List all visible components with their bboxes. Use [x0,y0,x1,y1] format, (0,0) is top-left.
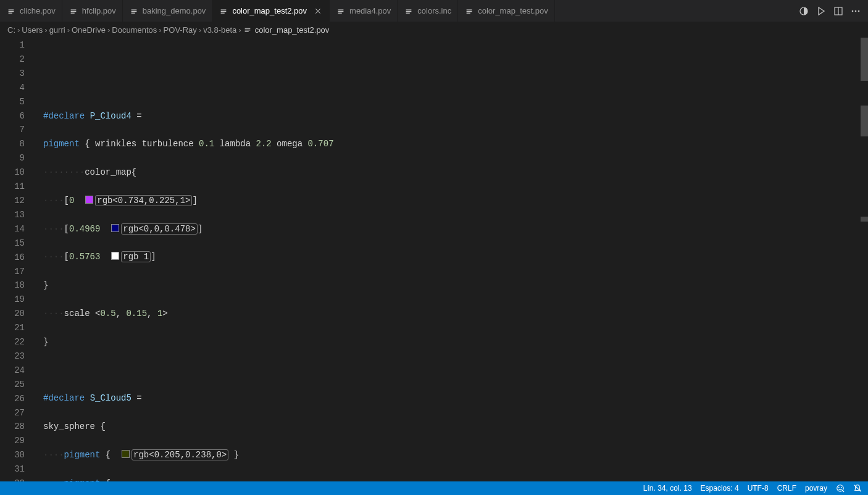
svg-rect-29 [244,31,248,32]
svg-rect-17 [406,12,410,13]
chevron-right-icon: › [44,25,47,35]
color-swatch-icon[interactable] [122,450,130,458]
crumb[interactable]: POV-Ray [164,25,197,35]
minimap-viewport[interactable] [861,38,868,81]
minimap-mark [861,217,868,222]
tab-color-map-test[interactable]: color_map_test.pov [458,0,554,22]
rgb-value: rgb 1 [121,251,151,262]
split-icon[interactable] [833,6,843,16]
keyword: pigment [64,450,101,460]
status-cursor[interactable]: Lín. 34, col. 13 [643,484,692,493]
number: 0.5 [100,309,115,318]
svg-rect-5 [70,12,74,13]
rgb-value: rgb<0,0,0.478> [121,223,198,235]
text: scale < [64,309,101,318]
line-number: 27 [0,406,25,420]
file-icon [243,25,252,34]
svg-rect-2 [9,12,12,13]
line-number: 3 [0,67,25,81]
tab-label: baking_demo.pov [143,6,206,15]
svg-rect-16 [406,11,412,12]
svg-rect-13 [338,11,344,12]
line-number: 15 [0,236,25,251]
line-number: 17 [0,265,25,279]
svg-line-33 [843,491,845,493]
identifier: P_Cloud4 [90,111,131,121]
svg-rect-15 [406,9,412,10]
crumb[interactable]: C: [7,25,15,35]
line-number: 18 [0,278,25,293]
close-icon[interactable] [313,6,323,16]
file-icon [219,6,228,16]
tab-label: color_map_test.pov [478,6,548,15]
svg-rect-27 [244,28,250,28]
crumb[interactable]: gurri [49,25,65,35]
svg-rect-3 [70,9,76,10]
status-spaces[interactable]: Espacios: 4 [701,484,739,493]
number: 0.15 [126,309,147,318]
status-encoding[interactable]: UTF-8 [748,484,769,493]
number: 0.1 [199,139,214,149]
line-number: 4 [0,81,25,95]
identifier: S_Cloud5 [90,393,131,403]
tab-actions [791,0,868,22]
tab-colors-inc[interactable]: colors.inc [398,0,458,22]
line-number: 10 [0,165,25,180]
line-number: 9 [0,151,25,165]
line-number: 11 [0,180,25,194]
text: = [131,111,142,121]
crumb[interactable]: Documentos [112,25,157,35]
number: 1 [157,309,162,318]
line-number: 5 [0,95,25,109]
tab-color-map-test2[interactable]: color_map_test2.pov [212,0,330,22]
color-swatch-icon[interactable] [85,196,93,204]
file-icon [6,6,16,16]
number: 0 [69,196,74,206]
chevron-right-icon: › [67,25,70,35]
code-area[interactable]: #declare P_Cloud4 = pigment { wrinkles t… [36,38,861,481]
svg-point-31 [838,487,840,488]
svg-point-32 [841,487,842,488]
keyword: pigment [43,139,80,149]
editor[interactable]: 1 2 3 4 5 6 7 8 9 10 11 12 13 14 15 16 1… [0,38,868,481]
crumb[interactable]: OneDrive [72,25,106,35]
crumb[interactable]: v3.8-beta [203,25,236,35]
chevron-right-icon: › [159,25,161,35]
line-number: 1 [0,38,25,52]
svg-point-24 [852,10,854,12]
svg-rect-4 [70,11,76,12]
color-swatch-icon[interactable] [111,252,119,260]
tab-baking-demo[interactable]: baking_demo.pov [123,0,213,22]
file-icon [336,6,346,16]
line-number: 24 [0,364,25,378]
line-number: 19 [0,293,25,307]
tab-bar: cliche.pov hfclip.pov baking_demo.pov co… [0,0,868,22]
line-number: 22 [0,335,25,349]
crumb[interactable]: Users [22,25,43,35]
tab-label: media4.pov [349,6,391,15]
color-swatch-icon[interactable] [111,224,119,232]
tab-cliche[interactable]: cliche.pov [0,0,62,22]
line-number: 30 [0,448,25,462]
crumb-file[interactable]: color_map_test2.pov [255,25,330,35]
line-number: 2 [0,52,25,67]
tab-hfclip[interactable]: hfclip.pov [62,0,123,22]
more-icon[interactable] [851,6,861,16]
chevron-right-icon: › [238,25,241,35]
tab-media4[interactable]: media4.pov [330,0,398,22]
minimap[interactable] [861,38,868,481]
feedback-icon[interactable] [836,484,845,493]
file-icon [69,6,78,16]
line-number: 7 [0,123,25,137]
line-number: 6 [0,109,25,123]
run-icon[interactable] [816,6,826,16]
notifications-icon[interactable] [853,484,862,493]
compare-icon[interactable] [799,6,809,16]
minimap-mark [861,106,868,136]
line-number: 31 [0,462,25,476]
status-language[interactable]: povray [805,484,827,493]
number: 0.5763 [69,252,100,262]
svg-rect-28 [244,30,250,30]
svg-rect-0 [9,9,14,10]
status-eol[interactable]: CRLF [777,484,796,493]
